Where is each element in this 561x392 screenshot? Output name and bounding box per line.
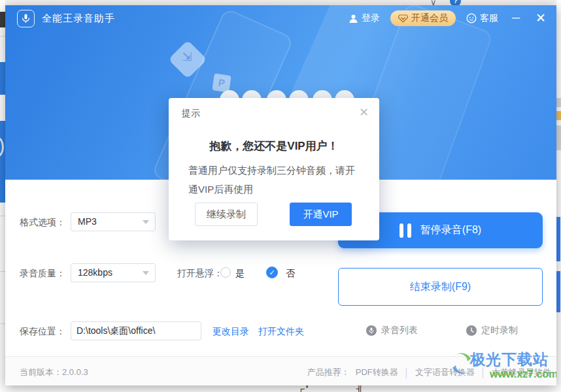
dialog-body-text: 普通用户仅支持录制三分钟音频，请开通VIP后再使用 — [188, 161, 360, 199]
save-location-label: 保存位置： — [20, 326, 65, 338]
watermark-site-name: 极光下载站 — [470, 350, 549, 370]
timed-recording-button[interactable]: 定时录制 — [466, 325, 518, 336]
change-directory-link[interactable]: 更改目录 — [212, 326, 249, 338]
background-fragment — [0, 121, 5, 203]
open-vip-label: 开通会员 — [411, 12, 448, 24]
login-button[interactable]: 登录 — [348, 12, 380, 24]
background-fragment — [556, 98, 561, 107]
format-value: MP3 — [78, 216, 97, 227]
titlebar: 全能王录音助手 登录 开通会员 — [5, 5, 556, 31]
quality-select[interactable]: 128kbps — [71, 263, 156, 282]
background-window-bottom-strip: ┌' ╢ — [0, 385, 561, 392]
dialog-heading: 抱歉，您还不是VIP用户！ — [169, 139, 379, 154]
float-no-radio[interactable]: ✓ — [266, 267, 278, 278]
pause-recording-label: 暂停录音(F8) — [420, 223, 481, 237]
promo-prefix: 产品推荐： — [307, 367, 350, 378]
float-window-label: 打开悬浮： — [177, 268, 223, 280]
support-button[interactable]: 客服 — [466, 12, 498, 24]
float-yes-radio[interactable] — [220, 267, 231, 278]
close-button[interactable]: ✕ — [534, 5, 548, 31]
divider — [0, 216, 5, 216]
background-window-top-strip: ∨ ? — [0, 0, 561, 5]
timed-recording-label: 定时录制 — [481, 325, 518, 336]
customer-service-icon — [466, 13, 477, 24]
app-window: ⇲ P 全能王录音助手 — [5, 5, 556, 385]
background-fragment — [556, 217, 560, 261]
format-select[interactable]: MP3 — [71, 212, 156, 231]
format-label: 格式选项： — [20, 217, 65, 229]
login-label: 登录 — [362, 12, 380, 24]
open-vip-dialog-button[interactable]: 开通VIP — [290, 203, 352, 226]
quality-value: 128kbps — [78, 267, 112, 278]
background-fragment — [0, 62, 5, 95]
open-vip-button[interactable]: 开通会员 — [390, 10, 456, 26]
site-watermark: 极光下载站 www.xz7.com — [449, 350, 556, 385]
float-no-label: 否 — [286, 268, 295, 280]
divider: │ — [404, 368, 409, 378]
background-fragment — [0, 12, 5, 27]
background-fragment — [556, 111, 561, 120]
continue-recording-button[interactable]: 继续录制 — [195, 203, 258, 226]
app-title: 全能王录音助手 — [42, 5, 115, 31]
watermark-url: www.xz7.com — [490, 368, 556, 380]
support-label: 客服 — [480, 12, 498, 24]
vip-badge-icon — [398, 14, 408, 23]
save-path-input[interactable] — [71, 321, 201, 340]
divider — [0, 323, 5, 324]
chevron-down-icon — [143, 271, 149, 275]
promo-pdf-converter[interactable]: PDF转换器 — [356, 367, 398, 378]
quality-label: 录音质量： — [20, 268, 65, 280]
clock-icon — [466, 325, 477, 336]
recording-list-button[interactable]: 录音列表 — [366, 325, 418, 336]
version-text: 当前版本：2.0.0.3 — [20, 367, 88, 378]
vip-prompt-dialog: 提示 ✕ 抱歉，您还不是VIP用户！ 普通用户仅支持录制三分钟音频，请开通VIP… — [169, 98, 379, 240]
microphone-icon — [17, 10, 35, 27]
stop-recording-button[interactable]: 结束录制(F9) — [338, 268, 543, 306]
divider — [0, 36, 5, 37]
background-fragment: ╢ — [356, 385, 365, 392]
background-fragment — [556, 125, 561, 150]
float-yes-label: 是 — [235, 268, 245, 280]
background-fragment — [556, 271, 560, 312]
background-fragment: ┌' — [298, 385, 309, 392]
user-icon — [348, 14, 358, 24]
dialog-title: 提示 — [182, 108, 200, 120]
pause-icon — [400, 223, 411, 238]
recording-list-label: 录音列表 — [381, 325, 418, 336]
background-window-right-strip — [556, 0, 561, 392]
chevron-down-icon — [143, 220, 149, 224]
dialog-close-icon[interactable]: ✕ — [359, 105, 369, 120]
background-window-left-strip — [0, 0, 5, 392]
divider — [0, 271, 5, 272]
minimize-button[interactable]: ─ — [509, 5, 523, 31]
open-folder-link[interactable]: 打开文件夹 — [258, 326, 304, 338]
microphone-list-icon — [366, 325, 377, 336]
